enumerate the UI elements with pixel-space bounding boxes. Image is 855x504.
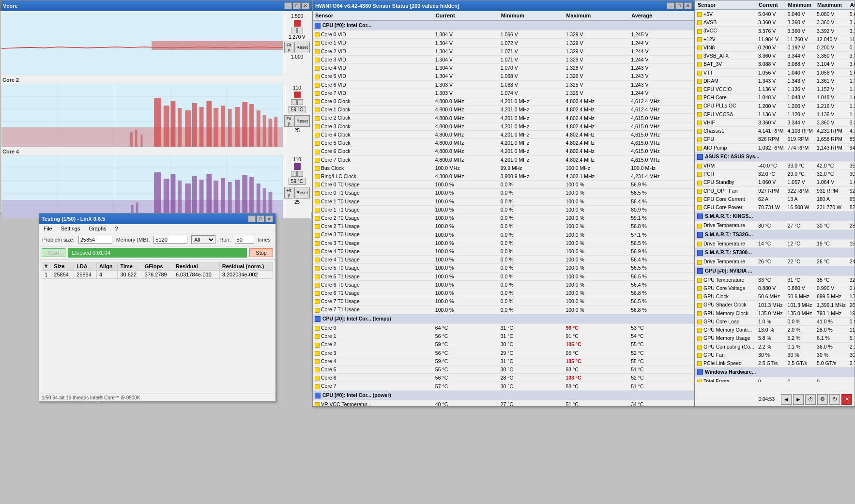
cell-4: 57.1 % xyxy=(629,230,694,239)
close-status-icon[interactable]: ✕ xyxy=(841,394,852,405)
minimize-button[interactable]: ─ xyxy=(284,2,292,9)
sensor-row: Core 5 VID1.304 V1.068 V1.326 V1.243 V xyxy=(313,72,694,80)
hwinfo-close-button[interactable]: ✕ xyxy=(684,2,692,9)
settings-icon[interactable]: ⚙ xyxy=(817,394,828,405)
hwinfo-right-scroll[interactable]: Sensor Current Minimum Maximum Average +… xyxy=(695,0,855,382)
right-cell-4: 946 RPM xyxy=(848,143,855,152)
linx-action-bar: Start Elapsed 0:01:04 Stop xyxy=(39,246,275,260)
chart2-fity-button[interactable]: Fit y xyxy=(284,115,293,127)
linx-minimize-button[interactable]: ─ xyxy=(248,215,256,222)
chart1-fity-button[interactable]: Fit y xyxy=(284,42,293,53)
clock-icon[interactable]: ⏱ xyxy=(805,394,816,405)
cell-2: 0.0 % xyxy=(499,272,564,280)
rth-sensor: Sensor xyxy=(695,0,756,10)
linx-menu-graphs[interactable]: Graphs xyxy=(87,225,108,232)
nav-right-button[interactable]: ► xyxy=(793,394,804,405)
right-sensor-icon xyxy=(697,311,702,316)
linx-maximize-button[interactable]: □ xyxy=(257,215,264,222)
cell-4: 51 °C xyxy=(629,365,694,373)
linx-menu-file[interactable]: File xyxy=(42,225,54,232)
cell-0: Core 3 VID xyxy=(313,55,433,63)
hwinfo-maximize-button[interactable]: □ xyxy=(675,2,683,9)
chart1-btn2[interactable] xyxy=(297,28,303,33)
sensor-icon xyxy=(315,191,320,196)
problem-size-input[interactable] xyxy=(78,236,112,244)
cell-3: 1.328 V xyxy=(564,64,629,72)
sensor-icon xyxy=(315,258,320,262)
start-button[interactable]: Start xyxy=(42,248,65,257)
run-input[interactable] xyxy=(235,236,254,244)
right-section-icon xyxy=(697,369,703,375)
cell-2: 1.070 V xyxy=(499,64,564,72)
cell-2: 0.0 % xyxy=(499,305,564,314)
right-sensor-row: CPU Core Power78.731 W16.508 W231.770 W8… xyxy=(695,203,855,212)
sensor-row: VR VCC Temperatur...40 °C27 °C51 °C34 °C xyxy=(313,400,694,406)
cell-3: 1.329 V xyxy=(564,55,629,63)
cell-2: 4,201.0 MHz xyxy=(499,114,564,122)
chart3-reset-button[interactable]: Reset xyxy=(294,187,310,199)
right-cell-3: 5.0 GT/s xyxy=(815,359,848,367)
chart2-reset-button[interactable]: Reset xyxy=(294,115,310,127)
linx-close-button[interactable]: ✕ xyxy=(265,215,273,222)
right-cell-4: 5.045 V xyxy=(848,10,855,18)
chart3-fity-button[interactable]: Fit y xyxy=(284,187,293,199)
right-cell-4: 2.1 % xyxy=(848,342,855,351)
cell-4: 56.5 % xyxy=(629,297,694,305)
right-cell-4: 1.048 V xyxy=(848,93,855,102)
cell-3: 4,802.4 MHz xyxy=(564,114,629,122)
cell-4: 4,612.4 MHz xyxy=(629,106,694,114)
chart1-btn1[interactable] xyxy=(291,28,297,33)
chart1-reset-button[interactable]: Reset xyxy=(294,42,310,53)
svg-rect-30 xyxy=(171,101,176,147)
nav-left-button[interactable]: ◄ xyxy=(781,394,792,405)
right-cell-2: 101.3 MHz xyxy=(786,301,815,309)
right-cell-3: 28.0 % xyxy=(815,326,848,334)
cell-lda: 25864 xyxy=(74,271,97,279)
hwinfo-scroll[interactable]: Sensor Current Minimum Maximum Average C… xyxy=(313,11,694,406)
linx-menu-settings[interactable]: Settings xyxy=(59,225,82,232)
chart2-btn2[interactable] xyxy=(297,99,303,105)
cell-0: Core 6 T1 Usage xyxy=(313,289,433,297)
hwinfo-minimize-button[interactable]: ─ xyxy=(667,2,674,9)
col-residual: Residual xyxy=(173,262,219,271)
right-cell-0: 3VCC xyxy=(695,27,756,35)
sensor-row: Core 5 Clock4,800.0 MHz4,201.0 MHz4,802.… xyxy=(313,139,694,147)
stop-button[interactable]: Stop xyxy=(249,248,273,257)
linx-menu-help[interactable]: ? xyxy=(113,225,120,232)
cell-time: 30.622 xyxy=(118,271,142,279)
right-cell-4: 265.1 MHz xyxy=(848,301,855,309)
cell-3: 4,802.4 MHz xyxy=(564,122,629,130)
sensor-row: Core 2 T1 Usage100.0 %0.0 %100.0 %56.8 % xyxy=(313,222,694,230)
right-cell-4: 1.131 V xyxy=(848,110,855,118)
sensor-row: Core 6 Clock4,800.0 MHz4,201.0 MHz4,802.… xyxy=(313,147,694,155)
right-sensor-row: GPU Computing (Co...2.2 %0.1 %36.0 %2.1 … xyxy=(695,342,855,351)
right-cell-4: 1.141 V xyxy=(848,85,855,93)
sensor-icon xyxy=(315,75,320,79)
rth-current: Current xyxy=(756,0,786,10)
right-sensor-row: VIN80.200 V0.192 V0.200 V0.195 V xyxy=(695,43,855,51)
col-lda: LDA xyxy=(74,262,97,271)
cell-2: 4,201.0 MHz xyxy=(499,106,564,114)
right-cell-2: 0.1 % xyxy=(786,342,815,351)
chart2-btn1[interactable] xyxy=(291,99,297,105)
cell-3: 1.325 V xyxy=(564,89,629,97)
right-cell-2: 4,103 RPM xyxy=(786,127,815,135)
right-cell-0: VHIF xyxy=(695,118,756,126)
right-cell-3: 36.0 % xyxy=(815,342,848,351)
memory-input[interactable] xyxy=(153,236,187,244)
cell-1: 4,800.0 MHz xyxy=(433,97,499,105)
chart3-btn1[interactable] xyxy=(291,171,297,177)
maximize-button[interactable]: □ xyxy=(293,2,301,9)
right-sensor-row: CPU_OPT Fan927 RPM922 RPM931 RPM927 RPM xyxy=(695,186,855,195)
sensor-icon xyxy=(315,334,320,339)
right-sensor-icon xyxy=(697,146,702,151)
refresh-icon[interactable]: ↻ xyxy=(829,394,840,405)
chart3-btn2[interactable] xyxy=(297,171,303,177)
svg-rect-65 xyxy=(171,174,176,218)
cell-0: Core 7 xyxy=(313,382,433,390)
cell-2: 29 °C xyxy=(499,349,564,357)
right-cell-0: GPU Fan xyxy=(695,351,756,359)
all-select[interactable]: All xyxy=(191,235,215,244)
close-button[interactable]: ✕ xyxy=(302,2,309,9)
svg-rect-72 xyxy=(221,178,225,218)
